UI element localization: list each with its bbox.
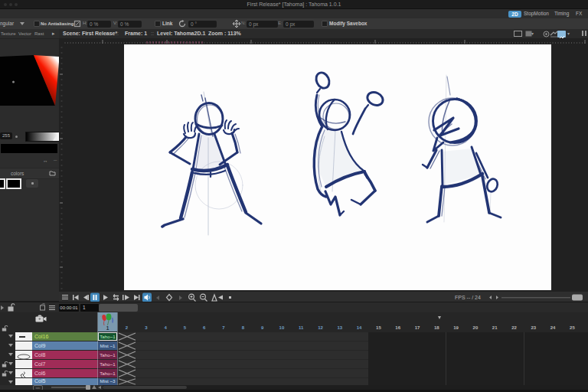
svg-text:FPS -- / 24: FPS -- / 24 bbox=[455, 295, 481, 300]
